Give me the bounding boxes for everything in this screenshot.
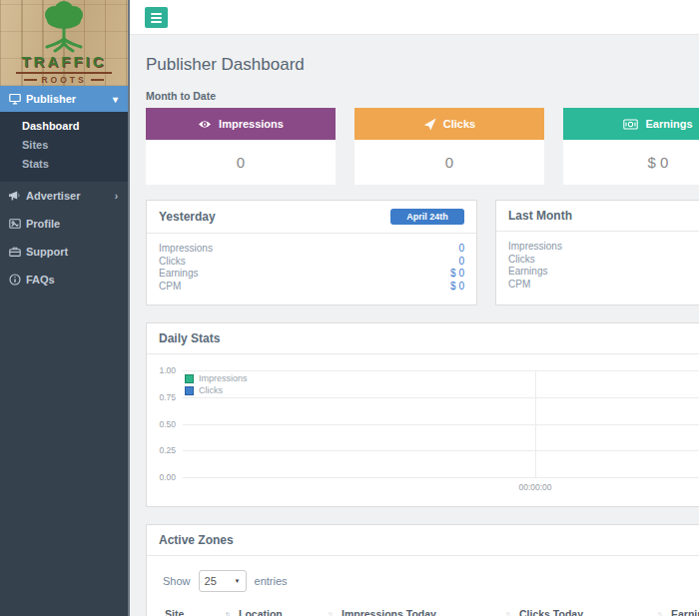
logo-title: TRAFFIC [0,53,128,70]
card-label: Impressions [219,118,284,130]
card-label: Clicks [443,118,475,130]
sort-icon[interactable]: ↑↓ [225,610,235,616]
content: Publisher Dashboard Month to Date Impres… [130,35,699,616]
date-badge: April 24th [390,209,464,225]
page-size-value: 25 [205,575,217,587]
stat-row: Earnings [508,266,699,279]
info-icon [7,274,22,286]
last-month-stats: Impressions Clicks Earnings CPM [496,232,699,303]
page-title: Publisher Dashboard [146,55,699,75]
x-tick-label: 00:00:00 [518,482,551,492]
active-zones-panel-header: Active Zones [147,525,699,556]
clicks-card: Clicks 0 [354,108,544,185]
earnings-card: Earnings $ 0 [563,108,699,185]
y-tick-label: 0.75 [149,392,176,402]
month-to-date-label: Month to Date [146,90,699,102]
y-tick-label: 0.50 [149,419,176,429]
stat-value: 0 [458,243,464,256]
y-tick-label: 0.25 [149,445,176,455]
yesterday-panel: Yesterday April 24th Impressions 0 Click… [146,200,477,306]
card-label: Earnings [645,118,692,130]
stat-label: Clicks [508,254,535,267]
sidebar-item-publisher[interactable]: Publisher ▾ [0,86,128,112]
daily-stats-chart: 1.00 0.75 0.50 0.25 [149,368,699,498]
stat-row: Clicks [508,254,699,267]
sort-icon[interactable]: ↑↓ [657,610,667,616]
legend-item-clicks[interactable]: Clicks [185,385,248,395]
stat-label: Earnings [508,266,547,279]
stat-label: CPM [159,281,181,294]
daily-stats-panel-header: Daily Stats [147,323,699,354]
card-value: 0 [146,140,336,185]
publisher-dashboard-screen: TRAFFIC ROOTS Publisher ▾ Dashboard Site… [0,0,699,616]
column-header-site[interactable]: Site ↑↓ [163,604,237,616]
stat-row: CPM [508,279,699,292]
earnings-card-header: Earnings [563,108,699,140]
sidebar-item-label: Publisher [26,93,76,105]
sort-icon[interactable]: ↑↓ [328,610,338,616]
page-size-select[interactable]: 25 ▼ [199,570,247,592]
stat-label: Impressions [508,241,562,254]
yesterday-stats: Impressions 0 Clicks 0 Earnings $ 0 CP [147,234,476,305]
eye-icon [198,119,212,130]
tree-icon [37,1,91,53]
sidebar-item-sites[interactable]: Sites [0,136,128,155]
panel-title: Daily Stats [159,331,220,345]
sidebar-item-label: Profile [26,218,60,230]
column-header-impressions-today[interactable]: Impressions Today ↑↓ [340,604,517,616]
sidebar-item-dashboard[interactable]: Dashboard [0,117,128,136]
stat-label: Impressions [159,243,213,256]
chevron-right-icon: › [115,191,118,202]
column-header-location[interactable]: Location ↑↓ [237,604,340,616]
entries-label: entries [255,575,288,587]
clicks-swatch-icon [185,386,194,395]
panel-title: Yesterday [159,210,216,224]
y-tick-label: 0.00 [149,472,176,482]
stat-value: $ 0 [450,268,464,281]
menu-toggle-button[interactable] [145,7,168,28]
legend-item-impressions[interactable]: Impressions [185,373,248,383]
stat-label: Clicks [159,256,186,269]
panel-title: Active Zones [159,533,234,547]
y-tick-label: 1.00 [149,365,176,375]
stat-row: CPM $ 0 [159,281,464,294]
column-header-clicks-today[interactable]: Clicks Today ↑↓ [517,604,669,616]
banknote-icon [623,119,638,130]
active-zones-body: Show 25 ▼ entries [147,556,699,616]
desktop-icon [7,93,22,105]
stat-row: Clicks 0 [159,256,464,269]
stat-label: Earnings [159,268,198,281]
sidebar-item-advertiser[interactable]: Advertiser › [0,182,128,210]
sidebar-item-label: Support [26,246,68,258]
last-month-panel-header: Last Month [496,201,699,232]
top-navbar [130,0,699,35]
table-header-row: Site ↑↓ Location ↑↓ [163,604,699,616]
sidebar-item-support[interactable]: Support [0,238,128,266]
legend-label: Impressions [199,373,248,383]
logo-rule [91,79,104,81]
impressions-card-header: Impressions [146,108,336,140]
column-header-earnings-today[interactable]: Earnings Today ↑↓ [669,604,699,616]
stat-value: 0 [458,256,464,269]
stat-row: Impressions 0 [159,243,464,256]
active-zones-panel: Active Zones Show 25 ▼ entries [146,524,699,616]
publisher-submenu: Dashboard Sites Stats [0,112,128,182]
logo-underline [16,72,112,74]
traffic-roots-logo[interactable]: TRAFFIC ROOTS [0,0,128,86]
clicks-card-header: Clicks [354,108,544,140]
megaphone-icon [7,190,22,202]
id-card-icon [7,218,22,230]
sort-icon[interactable]: ↑↓ [505,610,515,616]
sidebar-item-profile[interactable]: Profile [0,210,128,238]
card-value: $ 0 [563,140,699,185]
card-value: 0 [354,140,544,185]
panel-title: Last Month [508,209,572,223]
impressions-swatch-icon [185,374,194,383]
stat-cards-row: Impressions 0 Clicks 0 [146,108,699,185]
stat-label: CPM [508,279,530,292]
sidebar-item-stats[interactable]: Stats [0,155,128,174]
main-area: Publisher Dashboard Month to Date Impres… [130,0,699,616]
yesterday-panel-header: Yesterday April 24th [147,201,476,234]
impressions-card: Impressions 0 [146,108,336,185]
sidebar-item-faqs[interactable]: FAQs [0,266,128,294]
